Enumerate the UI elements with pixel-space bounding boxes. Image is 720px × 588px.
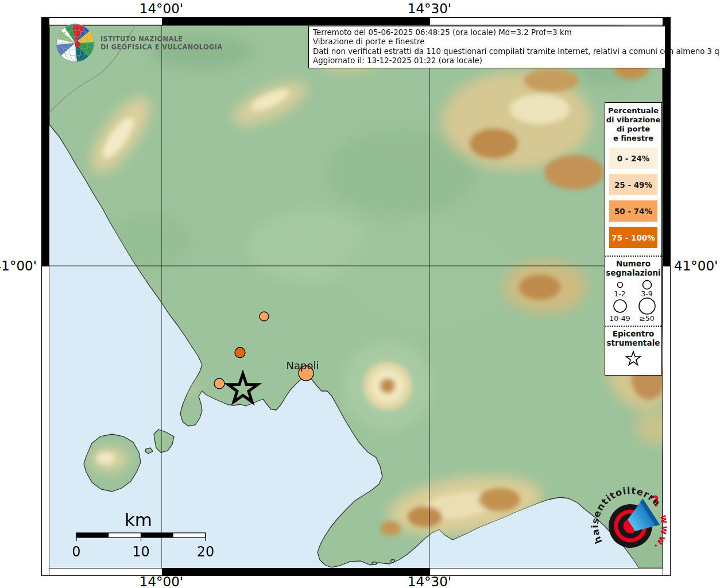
map-frame-left — [41, 17, 49, 576]
signal-size-1-2: 1-2 — [606, 278, 633, 297]
map-frame-bottom — [41, 568, 671, 576]
signal-size-3-9: 3-9 — [633, 278, 660, 297]
legend-title-line: e finestre — [605, 134, 661, 143]
signals-title-line: segnalazioni — [605, 268, 661, 277]
event-disclaimer: Dati non verificati estratti da 110 ques… — [313, 47, 661, 56]
epicenter-title-line: strumentale — [605, 338, 661, 347]
epicenter-title-line: Epicentro — [605, 329, 661, 338]
signals-title-line: Numero — [605, 259, 661, 268]
scale-tick-20: 20 — [197, 544, 215, 560]
felt-report-dot — [235, 347, 245, 358]
event-info-box: Terremoto del 05-06-2025 06:48:25 (ora l… — [308, 26, 665, 68]
legend: Percentuale di vibrazione di porte e fin… — [605, 102, 662, 376]
legend-title-line: di vibrazione — [605, 115, 661, 125]
scale-tick-10: 10 — [132, 544, 150, 560]
longitude-label-bottom-left: 14°00' — [140, 574, 183, 588]
haisentitoilterremoto-logo[interactable]: ? haisentitoilterremoto.it www. — [587, 481, 673, 571]
city-label-napoli: Napoli — [287, 359, 319, 372]
latitude-label-left: 41°00' — [0, 258, 37, 273]
event-title: Terremoto del 05-06-2025 06:48:25 (ora l… — [313, 28, 661, 37]
hsit-map-page: 14°00' 14°30' 14°00' 14°30' 41°00' 41°00… — [0, 0, 720, 588]
legend-class-0-24: 0 - 24% — [609, 148, 657, 169]
legend-class-50-74: 50 - 74% — [609, 200, 657, 222]
legend-title-line: Percentuale — [605, 106, 661, 115]
terrain-map: km 0 10 20 Napoli — [49, 25, 663, 568]
epicenter-legend-symbol — [605, 347, 661, 375]
event-effect: Vibrazione di porte e finestre — [313, 37, 661, 47]
longitude-label-bottom-right: 14°30' — [408, 574, 451, 588]
longitude-label-top-right: 14°30' — [408, 1, 451, 16]
signal-size-10-49: 10-49 — [606, 297, 633, 322]
felt-report-dot — [260, 312, 269, 321]
scale-unit: km — [125, 509, 152, 530]
ingv-name-line1: ISTITUTO NAZIONALE — [100, 35, 223, 43]
latitude-label-right: 41°00' — [674, 258, 718, 273]
scale-tick-0: 0 — [72, 544, 80, 560]
star-icon — [626, 351, 641, 365]
legend-class-75-100: 75 - 100% — [609, 227, 657, 248]
event-updated: Aggiornato il: 13-12-2025 01:22 (ora loc… — [313, 56, 661, 65]
signal-size-50plus: ≥50 — [633, 297, 660, 322]
longitude-label-top-left: 14°00' — [140, 1, 183, 16]
felt-report-dot — [214, 378, 224, 389]
legend-title-line: di porte — [605, 125, 661, 134]
ingv-globe-icon — [55, 23, 95, 63]
legend-class-25-49: 25 - 49% — [609, 174, 657, 195]
ingv-logo: ISTITUTO NAZIONALE DI GEOFISICA E VULCAN… — [55, 23, 223, 63]
ingv-name-line2: DI GEOFISICA E VULCANOLOGIA — [100, 43, 223, 51]
